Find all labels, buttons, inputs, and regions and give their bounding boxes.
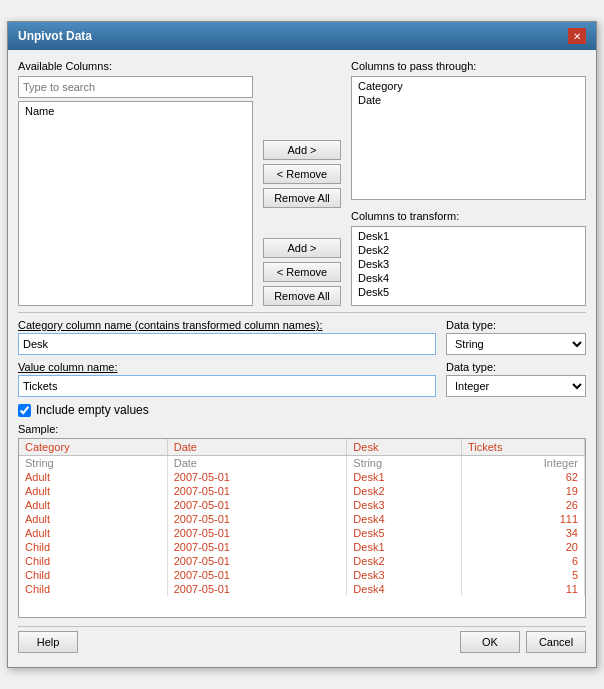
- right-panels: Columns to pass through: Category Date C…: [351, 60, 586, 306]
- include-empty-checkbox[interactable]: [18, 404, 31, 417]
- type-tickets: Integer: [461, 456, 584, 471]
- type-date: Date: [167, 456, 347, 471]
- pass-through-list[interactable]: Category Date: [351, 76, 586, 200]
- table-row: Child 2007-05-01 Desk4 11: [19, 582, 585, 596]
- value-dtype-label: Data type:: [446, 361, 586, 373]
- pass-through-item-date: Date: [354, 93, 583, 107]
- table-row: Adult 2007-05-01 Desk4 111: [19, 512, 585, 526]
- category-field-row: Category column name (contains transform…: [18, 319, 586, 355]
- category-dtype-label: Data type:: [446, 319, 586, 331]
- top-area: Available Columns: Name Add > < Remove R…: [18, 60, 586, 306]
- transform-item-desk5: Desk5: [354, 285, 583, 299]
- remove-all-pass-through-button[interactable]: Remove All: [263, 188, 341, 208]
- unpivot-dialog: Unpivot Data ✕ Available Columns: Name A…: [7, 21, 597, 668]
- ok-cancel-buttons: OK Cancel: [460, 631, 586, 653]
- available-columns-panel: Available Columns: Name: [18, 60, 253, 306]
- type-desk: String: [347, 456, 462, 471]
- value-col-input[interactable]: [18, 375, 436, 397]
- dialog-content: Available Columns: Name Add > < Remove R…: [8, 50, 596, 667]
- value-field-group: Value column name:: [18, 361, 436, 397]
- transform-item-desk3: Desk3: [354, 257, 583, 271]
- add-pass-through-button[interactable]: Add >: [263, 140, 341, 160]
- sample-table: Category Date Desk Tickets String Date S…: [19, 439, 585, 596]
- table-row: Adult 2007-05-01 Desk1 62: [19, 470, 585, 484]
- search-input[interactable]: [18, 76, 253, 98]
- available-columns-list[interactable]: Name: [18, 101, 253, 306]
- header-date: Date: [167, 439, 347, 456]
- remove-all-transform-button[interactable]: Remove All: [263, 286, 341, 306]
- value-field-row: Value column name: Data type: String Int…: [18, 361, 586, 397]
- help-button[interactable]: Help: [18, 631, 78, 653]
- sample-table-container[interactable]: Category Date Desk Tickets String Date S…: [18, 438, 586, 618]
- table-row: Child 2007-05-01 Desk2 6: [19, 554, 585, 568]
- transform-item-desk1: Desk1: [354, 229, 583, 243]
- divider-1: [18, 312, 586, 313]
- top-middle-buttons: Add > < Remove Remove All: [263, 60, 341, 208]
- pass-through-section: Columns to pass through: Category Date: [351, 60, 586, 200]
- table-row: Child 2007-05-01 Desk3 5: [19, 568, 585, 582]
- transform-label: Columns to transform:: [351, 210, 586, 222]
- header-desk: Desk: [347, 439, 462, 456]
- value-dtype-select[interactable]: String Integer Date Boolean Double: [446, 375, 586, 397]
- title-bar: Unpivot Data ✕: [8, 22, 596, 50]
- transform-list[interactable]: Desk1 Desk2 Desk3 Desk4 Desk5: [351, 226, 586, 306]
- sample-label: Sample:: [18, 423, 586, 435]
- dialog-title: Unpivot Data: [18, 29, 92, 43]
- table-row: Adult 2007-05-01 Desk2 19: [19, 484, 585, 498]
- transform-section: Columns to transform: Desk1 Desk2 Desk3 …: [351, 210, 586, 306]
- table-row: Adult 2007-05-01 Desk3 26: [19, 498, 585, 512]
- pass-through-label: Columns to pass through:: [351, 60, 586, 72]
- bottom-middle-buttons: Add > < Remove Remove All: [263, 238, 341, 306]
- table-header-row: Category Date Desk Tickets: [19, 439, 585, 456]
- table-row: Adult 2007-05-01 Desk5 34: [19, 526, 585, 540]
- header-category: Category: [19, 439, 167, 456]
- close-button[interactable]: ✕: [568, 28, 586, 44]
- type-row: String Date String Integer: [19, 456, 585, 471]
- remove-transform-button[interactable]: < Remove: [263, 262, 341, 282]
- pass-through-item-category: Category: [354, 79, 583, 93]
- include-empty-label: Include empty values: [36, 403, 149, 417]
- add-transform-button[interactable]: Add >: [263, 238, 341, 258]
- include-empty-row: Include empty values: [18, 403, 586, 417]
- category-col-input[interactable]: [18, 333, 436, 355]
- category-field-group: Category column name (contains transform…: [18, 319, 436, 355]
- category-col-label: Category column name (contains transform…: [18, 319, 436, 331]
- category-dtype-select[interactable]: String Integer Date Boolean Double: [446, 333, 586, 355]
- remove-pass-through-button[interactable]: < Remove: [263, 164, 341, 184]
- table-row: Child 2007-05-01 Desk1 20: [19, 540, 585, 554]
- header-tickets: Tickets: [461, 439, 584, 456]
- ok-button[interactable]: OK: [460, 631, 520, 653]
- list-item: Name: [21, 104, 250, 118]
- value-col-label: Value column name:: [18, 361, 436, 373]
- cancel-button[interactable]: Cancel: [526, 631, 586, 653]
- type-category: String: [19, 456, 167, 471]
- category-dtype-group: Data type: String Integer Date Boolean D…: [446, 319, 586, 355]
- value-dtype-group: Data type: String Integer Date Boolean D…: [446, 361, 586, 397]
- bottom-buttons: Help OK Cancel: [18, 626, 586, 657]
- transform-item-desk2: Desk2: [354, 243, 583, 257]
- available-columns-label: Available Columns:: [18, 60, 253, 72]
- transform-item-desk4: Desk4: [354, 271, 583, 285]
